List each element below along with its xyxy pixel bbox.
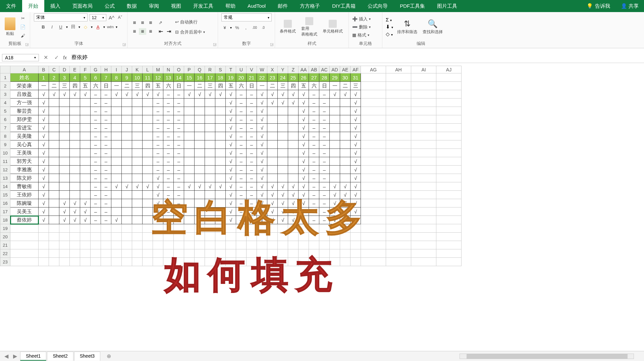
data-cell[interactable] bbox=[122, 191, 132, 199]
empty-cell[interactable] bbox=[386, 258, 411, 266]
data-cell[interactable] bbox=[278, 124, 288, 132]
data-cell[interactable]: √ bbox=[226, 174, 236, 182]
data-cell[interactable] bbox=[195, 107, 205, 115]
data-cell[interactable]: √ bbox=[257, 174, 267, 182]
header-cell[interactable]: 7 bbox=[101, 73, 111, 82]
empty-cell[interactable] bbox=[49, 249, 59, 258]
data-cell[interactable]: 一 bbox=[39, 82, 49, 90]
data-cell[interactable] bbox=[49, 157, 59, 166]
find-select-button[interactable]: 🔍查找和选择 bbox=[421, 18, 444, 36]
name-cell[interactable]: 吕致盈 bbox=[10, 90, 39, 99]
row-header[interactable]: 7 bbox=[0, 124, 10, 132]
data-cell[interactable] bbox=[111, 107, 122, 115]
empty-cell[interactable] bbox=[153, 249, 163, 258]
name-cell[interactable]: 蔡依婷 bbox=[10, 216, 39, 224]
data-cell[interactable] bbox=[195, 140, 205, 149]
empty-cell[interactable] bbox=[411, 249, 436, 258]
data-cell[interactable]: √ bbox=[257, 132, 267, 140]
data-cell[interactable] bbox=[205, 174, 215, 182]
data-cell[interactable] bbox=[111, 166, 122, 174]
empty-cell[interactable] bbox=[70, 241, 80, 249]
empty-cell[interactable] bbox=[49, 233, 59, 241]
row-header[interactable]: 10 bbox=[0, 149, 10, 157]
data-cell[interactable] bbox=[59, 174, 70, 182]
data-cell[interactable] bbox=[288, 124, 299, 132]
data-cell[interactable]: – bbox=[236, 99, 247, 107]
data-cell[interactable]: √ bbox=[226, 149, 236, 157]
data-cell[interactable] bbox=[340, 124, 351, 132]
row-header[interactable]: 22 bbox=[0, 249, 10, 258]
header-cell[interactable]: 29 bbox=[330, 73, 340, 82]
data-cell[interactable] bbox=[132, 149, 143, 157]
empty-cell[interactable] bbox=[122, 224, 132, 233]
data-cell[interactable]: √ bbox=[278, 90, 288, 99]
data-cell[interactable]: √ bbox=[267, 90, 278, 99]
menu-tab[interactable]: 帮助 bbox=[219, 0, 241, 12]
data-cell[interactable] bbox=[70, 182, 80, 191]
data-cell[interactable]: √ bbox=[205, 182, 215, 191]
data-cell[interactable]: √ bbox=[299, 132, 309, 140]
data-cell[interactable] bbox=[143, 107, 153, 115]
share-button[interactable]: 👤 共享 bbox=[615, 3, 644, 9]
data-cell[interactable] bbox=[205, 166, 215, 174]
data-cell[interactable]: – bbox=[91, 199, 101, 207]
data-cell[interactable] bbox=[215, 99, 226, 107]
data-cell[interactable]: 二 bbox=[122, 82, 132, 90]
decrease-font-icon[interactable]: A˅ bbox=[117, 14, 124, 21]
header-cell[interactable]: 4 bbox=[70, 73, 80, 82]
data-cell[interactable]: √ bbox=[351, 157, 361, 166]
data-cell[interactable] bbox=[80, 132, 91, 140]
data-cell[interactable]: √ bbox=[70, 90, 80, 99]
empty-cell[interactable] bbox=[39, 224, 49, 233]
data-cell[interactable] bbox=[143, 115, 153, 124]
column-header[interactable]: A bbox=[10, 66, 39, 73]
empty-cell[interactable] bbox=[132, 249, 143, 258]
empty-cell[interactable] bbox=[101, 241, 111, 249]
data-cell[interactable]: – bbox=[101, 182, 111, 191]
data-cell[interactable]: √ bbox=[226, 107, 236, 115]
data-cell[interactable]: – bbox=[101, 115, 111, 124]
data-cell[interactable] bbox=[49, 182, 59, 191]
data-cell[interactable]: – bbox=[247, 107, 257, 115]
header-cell[interactable]: 6 bbox=[91, 73, 101, 82]
conditional-format-button[interactable]: 条件格式 bbox=[278, 19, 297, 35]
data-cell[interactable] bbox=[288, 140, 299, 149]
data-cell[interactable] bbox=[122, 199, 132, 207]
italic-button[interactable]: I bbox=[49, 23, 55, 30]
row-header[interactable]: 23 bbox=[0, 258, 10, 266]
data-cell[interactable]: √ bbox=[299, 90, 309, 99]
data-cell[interactable]: – bbox=[163, 174, 174, 182]
data-cell[interactable]: √ bbox=[39, 191, 49, 199]
empty-cell[interactable] bbox=[91, 224, 101, 233]
data-cell[interactable]: – bbox=[174, 174, 184, 182]
data-cell[interactable] bbox=[143, 140, 153, 149]
data-cell[interactable] bbox=[111, 174, 122, 182]
data-cell[interactable]: √ bbox=[226, 99, 236, 107]
data-cell[interactable] bbox=[184, 149, 195, 157]
empty-cell[interactable] bbox=[132, 224, 143, 233]
row-header[interactable]: 2 bbox=[0, 82, 10, 90]
number-format-select[interactable]: 常规▾ bbox=[221, 13, 272, 21]
header-cell[interactable]: 30 bbox=[340, 73, 351, 82]
name-cell[interactable]: 雷进宝 bbox=[10, 124, 39, 132]
align-left-icon[interactable]: ≡ bbox=[131, 28, 138, 35]
data-cell[interactable] bbox=[215, 157, 226, 166]
data-cell[interactable]: – bbox=[91, 115, 101, 124]
table-format-button[interactable]: 套用 表格格式 bbox=[300, 16, 319, 38]
copy-icon[interactable]: 📄 bbox=[19, 24, 26, 31]
header-cell[interactable]: 27 bbox=[309, 73, 319, 82]
empty-cell[interactable] bbox=[361, 249, 386, 258]
data-cell[interactable]: √ bbox=[49, 90, 59, 99]
data-cell[interactable] bbox=[143, 99, 153, 107]
data-cell[interactable]: √ bbox=[39, 99, 49, 107]
data-cell[interactable]: √ bbox=[132, 90, 143, 99]
empty-cell[interactable] bbox=[143, 249, 153, 258]
data-cell[interactable] bbox=[70, 115, 80, 124]
data-cell[interactable] bbox=[267, 157, 278, 166]
align-right-icon[interactable]: ≡ bbox=[147, 28, 154, 35]
sheet-nav-next-icon[interactable]: ▶ bbox=[11, 353, 19, 359]
increase-decimal-icon[interactable]: .00 bbox=[251, 24, 258, 31]
data-cell[interactable] bbox=[132, 199, 143, 207]
data-cell[interactable]: √ bbox=[226, 182, 236, 191]
column-header[interactable]: I bbox=[111, 66, 122, 73]
